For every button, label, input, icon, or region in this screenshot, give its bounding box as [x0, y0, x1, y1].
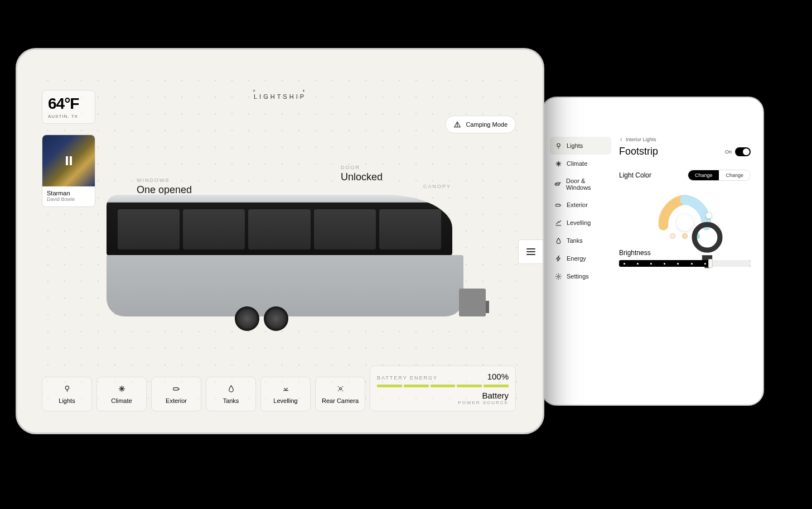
bolt-icon	[554, 254, 562, 262]
snowflake-icon	[118, 384, 126, 393]
sidebar-label: Settings	[567, 273, 589, 280]
color-wheel-handle[interactable]	[705, 212, 712, 219]
svg-point-2	[557, 275, 559, 277]
action-label: Exterior	[166, 397, 187, 404]
weather-location: AUSTIN, TX	[48, 114, 89, 119]
sidebar-item-tanks[interactable]: Tanks	[550, 232, 611, 249]
action-lights[interactable]: Lights	[42, 377, 92, 411]
battery-eyebrow: BATTERY ENERGY	[377, 375, 438, 381]
action-label: Tanks	[223, 397, 239, 404]
battery-card[interactable]: BATTERY ENERGY 100% Battery POWER SOURCE	[370, 366, 516, 411]
svg-point-0	[557, 143, 559, 146]
action-exterior[interactable]: Exterior	[151, 377, 201, 411]
album-art	[42, 135, 95, 186]
sidebar-label: Door & Windows	[566, 177, 607, 191]
mode-label: Camping Mode	[466, 121, 508, 128]
svg-rect-1	[555, 204, 560, 206]
sidebar-item-energy[interactable]: Energy	[550, 249, 611, 267]
light-color-mode-group: Change Change	[688, 170, 751, 181]
annotation-door: DOOR Unlocked	[341, 165, 383, 183]
sidebar-label: Exterior	[567, 201, 588, 208]
action-label: Climate	[111, 397, 132, 404]
battery-meter	[377, 385, 509, 387]
primary-tablet: LIGHTSHIP 64°F AUSTIN, TX Starman David …	[16, 48, 544, 434]
action-label: Lights	[59, 397, 75, 404]
annotation-label: DOOR	[341, 165, 383, 170]
page-title: Footstrip	[619, 146, 658, 157]
svg-rect-5	[173, 387, 178, 390]
power-source-caption: POWER SOURCE	[377, 400, 509, 405]
footstrip-toggle[interactable]	[735, 147, 751, 156]
secondary-main: Interior Lights Footstrip On Light Color…	[611, 108, 755, 395]
power-source: Battery	[377, 391, 509, 400]
annotation-label: WINDOWS	[137, 177, 192, 183]
annotation-label: CANOPY	[423, 184, 451, 189]
track-title: Starman	[47, 190, 90, 196]
color-wheel-center	[676, 214, 693, 231]
level-icon	[282, 384, 290, 393]
trailer-icon	[554, 201, 562, 209]
pause-icon[interactable]	[66, 156, 72, 165]
action-tanks[interactable]: Tanks	[206, 377, 256, 411]
quick-actions-row: Lights Climate Exterior Tanks Levelling …	[42, 377, 365, 411]
brand-logo: LIGHTSHIP	[254, 93, 306, 100]
weather-temperature: 64°F	[48, 95, 89, 113]
secondary-sidebar: Lights Climate Door & Windows Exterior L…	[550, 108, 611, 395]
level-icon	[554, 219, 562, 227]
action-label: Levelling	[273, 397, 297, 404]
brightness-handle[interactable]	[708, 259, 713, 268]
toggle-state-label: On	[725, 149, 732, 155]
weather-card[interactable]: 64°F AUSTIN, TX	[42, 90, 95, 124]
sidebar-item-door-windows[interactable]: Door & Windows	[550, 172, 611, 196]
bulb-icon	[554, 142, 562, 150]
track-artist: David Bowie	[47, 196, 90, 202]
light-color-change-active[interactable]: Change	[688, 170, 719, 180]
sidebar-item-settings[interactable]: Settings	[550, 267, 611, 285]
snowflake-icon	[554, 160, 562, 167]
sidebar-label: Energy	[567, 255, 586, 262]
svg-point-4	[65, 386, 69, 389]
sidebar-label: Levelling	[567, 219, 591, 226]
sidebar-label: Climate	[567, 160, 587, 167]
sidebar-item-climate[interactable]: Climate	[550, 155, 611, 172]
svg-point-3	[694, 224, 720, 250]
battery-percent: 100%	[487, 372, 509, 381]
breadcrumb-label: Interior Lights	[626, 137, 656, 142]
color-wheel[interactable]	[619, 189, 751, 239]
hamburger-icon	[526, 248, 535, 255]
annotation-windows: WINDOWS One opened	[137, 177, 192, 196]
gear-icon	[554, 272, 562, 280]
chevron-left-icon	[619, 137, 624, 142]
sidebar-item-exterior[interactable]: Exterior	[550, 196, 611, 214]
svg-point-6	[339, 387, 341, 390]
brightness-slider[interactable]	[619, 260, 751, 267]
sidebar-label: Lights	[567, 142, 583, 149]
vehicle-illustration	[107, 195, 486, 340]
sidebar-item-levelling[interactable]: Levelling	[550, 214, 611, 232]
action-label: Rear Camera	[322, 397, 359, 404]
annotation-value: Unlocked	[341, 171, 383, 183]
bulb-icon	[63, 384, 71, 393]
sidebar-label: Tanks	[567, 237, 583, 244]
secondary-tablet: Lights Climate Door & Windows Exterior L…	[541, 97, 764, 406]
window-icon	[554, 180, 562, 188]
droplet-icon	[554, 237, 562, 244]
action-rear-camera[interactable]: Rear Camera	[315, 377, 365, 411]
mode-button[interactable]: Camping Mode	[445, 116, 516, 133]
tent-icon	[453, 121, 461, 128]
sidebar-item-lights[interactable]: Lights	[550, 137, 611, 155]
light-color-label: Light Color	[619, 171, 651, 179]
action-climate[interactable]: Climate	[96, 377, 147, 411]
camera-icon	[336, 384, 345, 393]
action-levelling[interactable]: Levelling	[260, 377, 311, 411]
menu-button[interactable]	[518, 239, 543, 264]
breadcrumb-back[interactable]: Interior Lights	[619, 137, 751, 142]
trailer-icon	[172, 384, 181, 393]
annotation-canopy: CANOPY	[423, 184, 451, 189]
light-color-change-alt[interactable]: Change	[719, 170, 750, 180]
droplet-icon	[227, 384, 235, 393]
now-playing-card[interactable]: Starman David Bowie	[42, 135, 95, 207]
annotation-value: One opened	[137, 184, 192, 196]
